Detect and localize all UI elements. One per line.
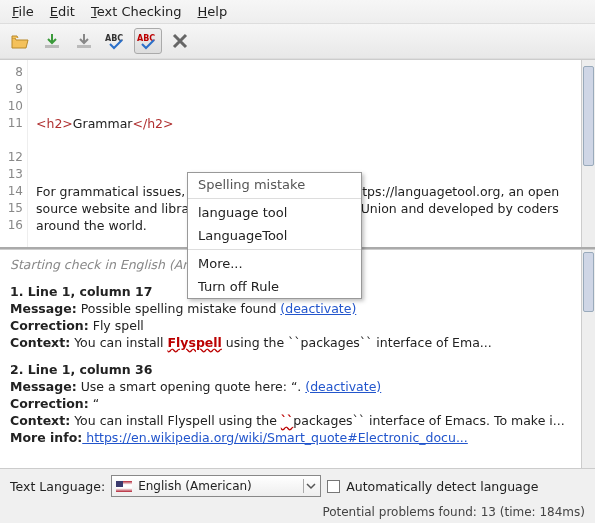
context-menu-suggestion[interactable]: LanguageTool [188, 224, 361, 247]
auto-detect-label: Automatically detect language [346, 479, 538, 494]
error-word: `` [281, 413, 294, 428]
results-scrollbar[interactable] [581, 250, 595, 468]
language-select[interactable]: English (American) [111, 475, 321, 497]
result-heading: 2. Line 1, column 36 [10, 362, 152, 377]
scrollbar-thumb[interactable] [583, 252, 594, 312]
close-x-icon [171, 32, 189, 50]
open-file-button[interactable] [6, 28, 34, 54]
menu-textchecking[interactable]: Text Checking [83, 2, 190, 21]
flag-us-icon [116, 481, 132, 492]
download-green-icon [42, 32, 62, 50]
context-menu-title: Spelling mistake [188, 173, 361, 196]
toolbar: ABC ABC [0, 24, 595, 59]
deactivate-link[interactable]: (deactivate) [305, 379, 381, 394]
export-button[interactable] [70, 28, 98, 54]
deactivate-link[interactable]: (deactivate) [280, 301, 356, 316]
folder-open-icon [10, 32, 30, 50]
abc-check-icon: ABC [104, 32, 128, 50]
download-gray-icon [74, 32, 94, 50]
lang-label: Text Language: [10, 479, 105, 494]
close-button[interactable] [166, 28, 194, 54]
context-menu-sep [188, 249, 361, 250]
spellcheck-button[interactable]: ABC [102, 28, 130, 54]
import-button[interactable] [38, 28, 66, 54]
spellcheck-active-button[interactable]: ABC [134, 28, 162, 54]
error-word: Flyspell [167, 335, 221, 350]
editor-scrollbar[interactable] [581, 60, 595, 247]
menu-help[interactable]: Help [190, 2, 236, 21]
footer: Text Language: English (American) Automa… [0, 468, 595, 503]
menu-file[interactable]: File [4, 2, 42, 21]
html-tag: <h2> [36, 116, 73, 131]
context-menu-sep [188, 198, 361, 199]
context-menu: Spelling mistake language tool LanguageT… [187, 172, 362, 299]
chevron-down-icon [303, 479, 317, 493]
html-tag: </h2> [132, 116, 173, 131]
auto-detect-checkbox[interactable] [327, 480, 340, 493]
abc-check-red-icon: ABC [136, 32, 160, 50]
result-heading: 1. Line 1, column 17 [10, 284, 152, 299]
scrollbar-thumb[interactable] [583, 66, 594, 166]
context-menu-turnoff[interactable]: Turn off Rule [188, 275, 361, 298]
context-menu-more[interactable]: More... [188, 252, 361, 275]
more-info-link[interactable]: https://en.wikipedia.org/wiki/Smart_quot… [82, 430, 468, 445]
svg-rect-0 [45, 45, 59, 48]
language-value: English (American) [138, 479, 252, 493]
menu-edit[interactable]: Edit [42, 2, 83, 21]
svg-rect-1 [77, 45, 91, 48]
line-gutter: 8 9 10 11 12 13 14 15 16 17 [0, 60, 28, 247]
status-bar: Potential problems found: 13 (time: 184m… [0, 503, 595, 523]
context-menu-suggestion[interactable]: language tool [188, 201, 361, 224]
menubar: File Edit Text Checking Help [0, 0, 595, 24]
